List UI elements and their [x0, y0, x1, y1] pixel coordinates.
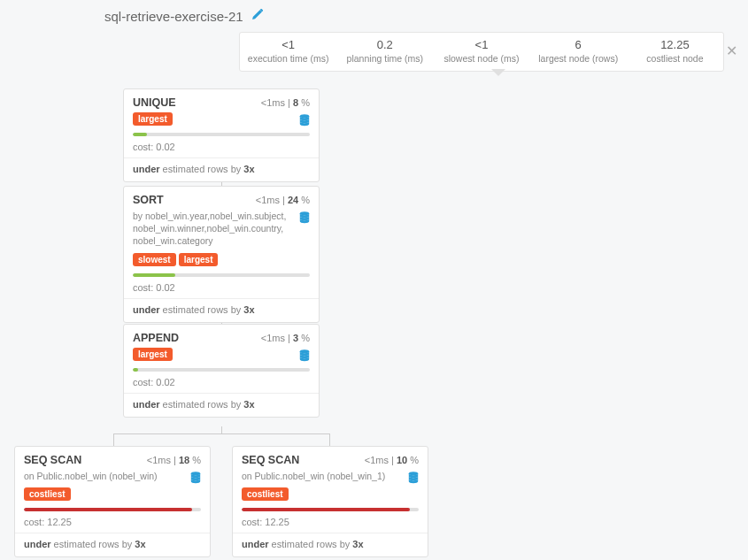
badge-slowest: slowest	[133, 253, 176, 266]
node-estimate: under estimated rows by 3x	[15, 533, 210, 556]
svg-point-0	[300, 114, 309, 118]
edit-icon[interactable]	[251, 9, 263, 24]
database-icon	[408, 472, 419, 487]
close-icon[interactable]: ✕	[726, 42, 737, 59]
node-title: UNIQUE	[133, 96, 176, 109]
node-title: SEQ SCAN	[24, 454, 81, 466]
plan-node-unique[interactable]: UNIQUE <1ms | 8 % largest cost: 0.02 und…	[123, 88, 320, 182]
node-title: APPEND	[133, 332, 179, 344]
stat-costliest-node[interactable]: 12.25 costliest node	[627, 33, 723, 71]
svg-point-2	[300, 349, 309, 353]
node-title: SEQ SCAN	[242, 454, 299, 466]
node-estimate: under estimated rows by 3x	[233, 533, 428, 556]
plan-node-append[interactable]: APPEND <1ms | 3 % largest cost: 0.02 und…	[123, 324, 320, 418]
plan-node-sort[interactable]: SORT <1ms | 24 % by nobel_win.year,nobel…	[123, 186, 320, 323]
node-time: <1ms | 8 %	[261, 97, 310, 108]
badge-largest: largest	[179, 253, 219, 266]
connector-line	[221, 426, 222, 433]
node-estimate: under estimated rows by 3x	[124, 394, 319, 417]
node-cost: cost: 0.02	[124, 140, 319, 158]
plan-node-seqscan[interactable]: SEQ SCAN <1ms | 10 % on Public.nobel_win…	[232, 446, 428, 557]
node-cost: cost: 12.25	[15, 515, 210, 533]
stat-execution-time[interactable]: <1 execution time (ms)	[240, 33, 336, 71]
database-icon	[299, 114, 310, 128]
node-detail: on Public.nobel_win (nobel_win_1)	[233, 470, 428, 487]
database-icon	[190, 472, 201, 487]
plan-node-seqscan[interactable]: SEQ SCAN <1ms | 18 % on Public.nobel_win…	[14, 446, 211, 557]
badge-costliest: costliest	[24, 487, 71, 501]
stats-bar: <1 execution time (ms) 0.2 planning time…	[239, 32, 724, 72]
title-row: sql-retrieve-exercise-21	[104, 9, 263, 24]
node-cost: cost: 0.02	[124, 375, 319, 394]
node-detail: on Public.nobel_win (nobel_win)	[15, 470, 210, 487]
node-estimate: under estimated rows by 3x	[124, 158, 319, 181]
node-estimate: under estimated rows by 3x	[124, 299, 319, 322]
node-cost: cost: 0.02	[124, 280, 319, 299]
badge-largest: largest	[133, 112, 173, 126]
node-time: <1ms | 18 %	[147, 455, 201, 465]
chevron-down-icon	[491, 69, 505, 76]
stat-slowest-node[interactable]: <1 slowest node (ms)	[433, 33, 529, 71]
svg-point-1	[300, 211, 309, 215]
database-icon	[299, 349, 310, 364]
node-cost: cost: 12.25	[233, 515, 428, 533]
node-detail: by nobel_win.year,nobel_win.subject, nob…	[124, 210, 319, 253]
node-title: SORT	[133, 194, 164, 206]
node-time: <1ms | 3 %	[261, 333, 310, 343]
database-icon	[299, 211, 310, 226]
connector-branch	[113, 433, 330, 446]
stat-planning-time[interactable]: 0.2 planning time (ms)	[336, 33, 433, 71]
badge-costliest: costliest	[242, 487, 289, 501]
badge-largest: largest	[133, 348, 173, 361]
node-time: <1ms | 24 %	[256, 195, 310, 205]
node-time: <1ms | 10 %	[365, 455, 419, 465]
page-title: sql-retrieve-exercise-21	[104, 9, 243, 24]
svg-point-3	[191, 472, 200, 475]
stat-largest-node[interactable]: 6 largest node (rows)	[530, 33, 627, 71]
svg-point-4	[409, 472, 418, 475]
